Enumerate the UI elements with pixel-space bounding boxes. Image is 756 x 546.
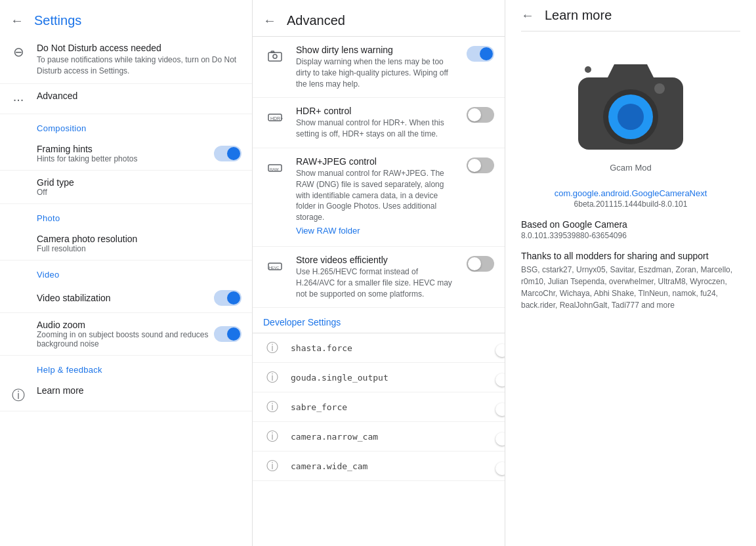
svg-point-1 — [273, 54, 277, 58]
dev-label-3: camera.narrow_cam — [291, 432, 485, 442]
hdr-icon: HDR+ — [263, 106, 287, 129]
grid-type-sub: Off — [37, 188, 74, 197]
dev-row-3: ⓘ camera.narrow_cam — [253, 422, 505, 452]
dev-info-icon-3[interactable]: ⓘ — [263, 429, 282, 444]
raw-jpeg-row: RAW RAW+JPEG control Show manual control… — [253, 148, 505, 247]
advanced-title: Advanced — [37, 91, 77, 101]
dev-row-0: ⓘ shasta.force — [253, 333, 505, 363]
svg-text:HEVC: HEVC — [269, 266, 279, 270]
grid-type-title: Grid type — [37, 177, 74, 188]
hdr-toggle[interactable] — [467, 107, 494, 123]
photo-label: Photo — [0, 204, 252, 227]
right-panel: ← Learn more Gcam Mod com.google.android… — [505, 0, 756, 546]
dev-row-4: ⓘ camera.wide_cam — [253, 452, 505, 481]
view-raw-folder-link[interactable]: View RAW folder — [296, 223, 360, 238]
svg-text:RAW: RAW — [270, 167, 279, 171]
based-on-version: 8.0.101.339539880-63654096 — [521, 231, 740, 240]
developer-settings-label: Developer Settings — [253, 308, 505, 333]
camera-resolution-sub: Full resolution — [37, 244, 137, 253]
advanced-item[interactable]: ··· Advanced — [0, 84, 252, 114]
hdr-desc: Show manual control for HDR+. When this … — [296, 117, 457, 140]
based-on-section: Based on Google Camera 8.0.101.339539880… — [521, 219, 740, 240]
mid-panel: ← Advanced Show dirty lens warning Displ… — [253, 0, 505, 546]
dev-label-0: shasta.force — [291, 343, 485, 353]
store-videos-row: HEVC Store videos efficiently Use H.265/… — [253, 247, 505, 308]
thanks-section: Thanks to all modders for sharing and su… — [521, 251, 740, 311]
audio-zoom-row: Audio zoom Zooming in on subject boosts … — [0, 313, 252, 356]
right-back-icon[interactable]: ← — [521, 8, 534, 23]
dirty-lens-title: Show dirty lens warning — [296, 45, 457, 55]
framing-hints-toggle[interactable] — [214, 146, 242, 161]
mid-back-icon[interactable]: ← — [263, 13, 276, 28]
store-videos-toggle[interactable] — [467, 256, 494, 272]
thanks-title: Thanks to all modders for sharing and su… — [521, 251, 740, 261]
dev-info-icon-4[interactable]: ⓘ — [263, 458, 282, 474]
camera-icon-container: Gcam Mod — [521, 42, 740, 180]
raw-icon: RAW — [263, 156, 287, 180]
svg-point-12 — [654, 83, 665, 94]
camera-icon — [572, 52, 690, 158]
svg-rect-0 — [268, 52, 282, 61]
dirty-lens-row: Show dirty lens warning Display warning … — [253, 37, 505, 98]
learn-more-icon: ⓘ — [10, 385, 26, 404]
left-header: ← Settings — [0, 5, 252, 36]
composition-label: Composition — [0, 114, 252, 137]
gcam-mod-label: Gcam Mod — [610, 163, 652, 173]
dev-label-1: gouda.single_output — [291, 373, 485, 383]
dev-info-icon-1[interactable]: ⓘ — [263, 369, 282, 385]
video-stabilization-title: Video stabilization — [37, 293, 111, 303]
svg-text:HDR+: HDR+ — [270, 116, 283, 121]
do-not-disturb-subtitle: To pause notifications while taking vide… — [37, 54, 242, 77]
camera-resolution-row[interactable]: Camera photo resolution Full resolution — [0, 227, 252, 261]
learn-more-panel-title: Learn more — [545, 8, 612, 23]
camera-resolution-title: Camera photo resolution — [37, 234, 137, 244]
hdr-control-row: HDR+ HDR+ control Show manual control fo… — [253, 98, 505, 148]
framing-hints-sub: Hints for taking better photos — [37, 154, 137, 163]
raw-toggle[interactable] — [467, 158, 494, 173]
dirty-lens-toggle[interactable] — [467, 46, 494, 62]
video-stabilization-row: Video stabilization — [0, 284, 252, 313]
store-videos-desc: Use H.265/HEVC format instead of H.264/A… — [296, 266, 457, 299]
dev-info-icon-2[interactable]: ⓘ — [263, 399, 282, 415]
framing-hints-row: Framing hints Hints for taking better ph… — [0, 137, 252, 171]
do-not-disturb-icon: ⊖ — [10, 43, 26, 60]
learn-more-item[interactable]: ⓘ Learn more — [0, 379, 252, 411]
store-videos-title: Store videos efficiently — [296, 255, 457, 265]
raw-title: RAW+JPEG control — [296, 156, 457, 167]
video-label: Video — [0, 261, 252, 284]
dev-info-icon-0[interactable]: ⓘ — [263, 340, 282, 356]
dev-label-4: camera.wide_cam — [291, 461, 485, 471]
hevc-icon: HEVC — [263, 255, 287, 278]
settings-title: Settings — [34, 13, 81, 28]
dev-label-2: sabre_force — [291, 402, 485, 412]
left-back-icon[interactable]: ← — [10, 13, 24, 28]
grid-type-row[interactable]: Grid type Off — [0, 171, 252, 204]
advanced-panel-title: Advanced — [287, 13, 345, 28]
mid-header: ← Advanced — [253, 5, 505, 37]
version-label: 6beta.201115.1444build-8.0.101 — [521, 200, 740, 209]
audio-zoom-sub: Zooming in on subject boosts sound and r… — [37, 330, 214, 348]
learn-more-title: Learn more — [37, 385, 84, 396]
dev-row-2: ⓘ sabre_force — [253, 392, 505, 422]
framing-hints-title: Framing hints — [37, 144, 137, 154]
advanced-icon: ··· — [10, 91, 26, 107]
dirty-lens-icon — [263, 45, 287, 68]
left-panel: ← Settings ⊖ Do Not Disturb access neede… — [0, 0, 253, 546]
video-stabilization-toggle[interactable] — [214, 290, 242, 306]
do-not-disturb-title: Do Not Disturb access needed — [37, 43, 242, 53]
audio-zoom-title: Audio zoom — [37, 320, 214, 330]
svg-point-11 — [618, 104, 644, 130]
svg-point-13 — [585, 66, 591, 73]
thanks-names: BSG, cstark27, Urnyx05, Savitar, Eszdman… — [521, 264, 740, 311]
hdr-title: HDR+ control — [296, 106, 457, 116]
based-on-title: Based on Google Camera — [521, 219, 740, 230]
help-label: Help & feedback — [0, 356, 252, 379]
audio-zoom-toggle[interactable] — [214, 326, 242, 342]
raw-desc: Show manual control for RAW+JPEG. The RA… — [296, 168, 457, 223]
dev-row-1: ⓘ gouda.single_output — [253, 363, 505, 392]
dirty-lens-desc: Display warning when the lens may be too… — [296, 56, 457, 89]
right-header: ← Learn more — [521, 0, 740, 32]
do-not-disturb-item: ⊖ Do Not Disturb access needed To pause … — [0, 36, 252, 84]
package-name: com.google.android.GoogleCameraNext — [521, 188, 740, 198]
